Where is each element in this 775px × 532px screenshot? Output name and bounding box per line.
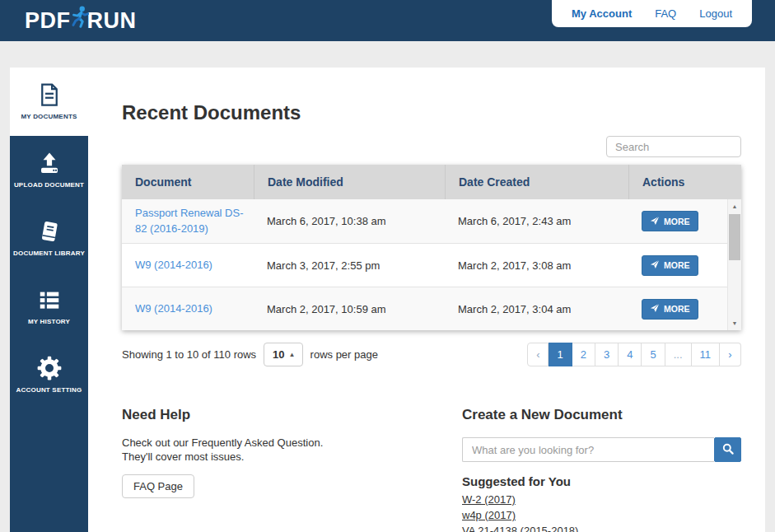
sidebar-item-label: MY DOCUMENTS [19,113,78,121]
suggested-link[interactable]: w4p (2017) [462,509,741,522]
paper-plane-icon [650,259,660,271]
table-row: Passport Renewal DS-82 (2016-2019) March… [122,199,741,243]
need-help-section: Need Help Check out our Frequently Asked… [122,407,462,532]
sidebar-item-label: MY HISTORY [26,318,72,326]
magnifier-icon [721,442,735,458]
page-button-1[interactable]: 1 [549,343,572,366]
page-size-dropdown[interactable]: 10 ▴ [264,343,302,366]
scrollbar-thumb[interactable] [729,214,740,260]
sidebar-item-my-documents[interactable]: MY DOCUMENTS [10,68,88,136]
column-header-document[interactable]: Document [122,165,254,199]
page-button-2[interactable]: 2 [572,343,595,366]
logo-text-run: RUN [87,8,137,34]
table-body: Passport Renewal DS-82 (2016-2019) March… [122,199,741,330]
more-button-label: MORE [664,217,690,226]
caret-up-icon: ▴ [291,351,294,358]
date-created-cell: March 2, 2017, 3:04 am [445,303,628,315]
book-icon [37,219,62,244]
upload-icon [37,151,62,175]
more-button[interactable]: MORE [642,255,698,276]
table-row: W9 (2014-2016) March 3, 2017, 2:55 pm Ma… [122,243,741,287]
suggested-title: Suggested for You [462,474,741,488]
sidebar-item-upload-document[interactable]: UPLOAD DOCUMENT [10,136,88,204]
date-modified-cell: March 2, 2017, 10:59 am [254,303,445,315]
gear-icon [37,356,62,380]
paper-plane-icon [650,216,660,227]
pdfrun-logo[interactable]: PDF RUN [25,0,137,41]
help-text-line1: Check out our Frequently Asked Question. [122,436,462,450]
top-header: PDF RUN My Account FAQ Logout [0,0,775,41]
sidebar-item-account-setting[interactable]: ACCOUNT SETTING [10,341,88,409]
top-nav: My Account FAQ Logout [552,0,752,27]
document-icon [37,82,62,107]
create-search-group [462,437,741,462]
sidebar: MY DOCUMENTS UPLOAD DOCUMENT [10,68,88,532]
page-button-3[interactable]: 3 [595,343,619,366]
page-button-5[interactable]: 5 [642,343,665,366]
main-content: Recent Documents Document Date Modified … [88,68,765,532]
scroll-up-button[interactable]: ▲ [728,200,741,212]
search-input[interactable] [606,136,741,157]
list-icon [37,287,62,312]
sidebar-item-label: UPLOAD DOCUMENT [12,181,86,189]
table-toolbar [122,136,741,157]
date-modified-cell: March 3, 2017, 2:55 pm [254,259,445,272]
column-header-date-created[interactable]: Date Created [445,165,628,199]
sidebar-item-label: ACCOUNT SETTING [15,386,84,394]
page-size-value: 10 [273,348,284,361]
more-button[interactable]: MORE [642,299,698,320]
sidebar-item-document-library[interactable]: DOCUMENT LIBRARY [10,204,88,273]
faq-page-button[interactable]: FAQ Page [122,474,194,498]
page-title: Recent Documents [122,101,741,124]
document-link[interactable]: W9 (2014-2016) [135,301,212,316]
pagination-bar: Showing 1 to 10 of 110 rows 10 ▴ rows pe… [122,343,741,366]
create-document-section: Create a New Document Suggested for You … [462,407,741,532]
bottom-sections: Need Help Check out our Frequently Asked… [122,407,741,532]
scroll-down-button[interactable]: ▼ [728,317,741,329]
documents-table: Document Date Modified Date Created Acti… [122,165,741,330]
logout-link[interactable]: Logout [699,7,732,20]
create-document-title: Create a New Document [462,407,741,423]
suggested-link[interactable]: VA 21-4138 (2015-2018) [462,525,741,532]
rows-per-page-label: rows per page [310,348,378,361]
page-button-11[interactable]: 11 [692,343,721,366]
table-header-row: Document Date Modified Date Created Acti… [122,165,741,199]
more-button[interactable]: MORE [642,211,698,231]
faq-link[interactable]: FAQ [655,7,676,20]
need-help-title: Need Help [122,407,462,423]
suggested-link[interactable]: W-2 (2017) [462,493,741,506]
create-search-input[interactable] [462,437,714,462]
pagination-summary: Showing 1 to 10 of 110 rows [122,348,256,361]
prev-page-button[interactable]: ‹ [527,343,549,366]
paper-plane-icon [650,303,660,315]
logo-text-pdf: PDF [25,8,71,34]
date-created-cell: March 6, 2017, 2:43 am [445,215,628,227]
page-ellipsis: ... [665,343,692,366]
date-created-cell: March 2, 2017, 3:08 am [445,259,628,272]
table-row: W9 (2014-2016) March 2, 2017, 10:59 am M… [122,287,741,330]
content-card: MY DOCUMENTS UPLOAD DOCUMENT [10,68,765,532]
runner-icon [67,3,91,37]
date-modified-cell: March 6, 2017, 10:38 am [254,215,445,227]
page-button-4[interactable]: 4 [619,343,642,366]
help-text-line2: They'll cover most issues. [122,450,462,464]
table-scrollbar[interactable]: ▲ ▼ [727,199,741,330]
create-search-button[interactable] [714,437,741,462]
pager: ‹ 1 2 3 4 5 ... 11 › [527,343,741,366]
more-button-label: MORE [664,260,690,270]
column-header-actions[interactable]: Actions [628,165,741,199]
sidebar-item-label: DOCUMENT LIBRARY [12,250,86,258]
next-page-button[interactable]: › [720,343,741,366]
column-header-date-modified[interactable]: Date Modified [254,165,445,199]
document-link[interactable]: Passport Renewal DS-82 (2016-2019) [135,206,252,236]
document-link[interactable]: W9 (2014-2016) [135,258,212,273]
sidebar-item-my-history[interactable]: MY HISTORY [10,273,88,341]
more-button-label: MORE [664,304,690,314]
my-account-link[interactable]: My Account [572,7,632,20]
